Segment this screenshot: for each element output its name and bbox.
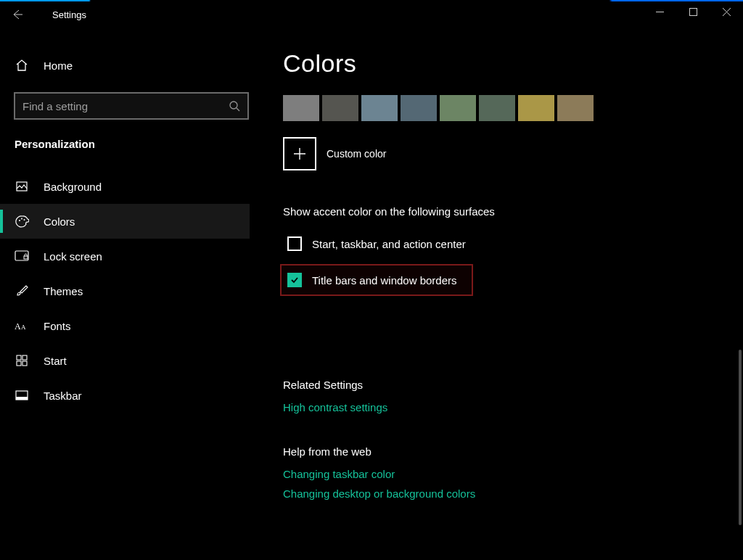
taskbar-icon [15,390,29,400]
custom-color-row[interactable]: Custom color [283,137,724,170]
svg-point-4 [21,218,22,219]
sidebar-home[interactable]: Home [15,49,250,81]
color-swatch[interactable] [283,95,319,121]
checkbox-start-taskbar[interactable]: Start, taskbar, and action center [283,231,724,257]
color-swatch[interactable] [322,95,358,121]
help-heading: Help from the web [283,445,724,458]
back-button[interactable] [0,0,35,29]
sidebar-item-label: Start [44,355,67,367]
sidebar-item-taskbar[interactable]: Taskbar [0,378,250,413]
search-icon [229,100,240,112]
accent-surfaces-label: Show accent color on the following surfa… [283,205,724,218]
checkbox-title-bars[interactable]: Title bars and window borders [280,264,473,296]
checkbox-icon [287,273,302,287]
svg-point-5 [23,219,25,221]
related-settings-heading: Related Settings [283,379,724,391]
start-icon [15,355,29,366]
svg-rect-13 [22,361,27,366]
scrollbar-thumb[interactable] [739,350,742,525]
sidebar-item-label: Taskbar [44,390,82,402]
checkbox-label: Title bars and window borders [312,274,457,287]
home-icon [15,59,29,72]
color-swatch[interactable] [518,95,554,121]
sidebar: Home Personalization Background [0,29,264,560]
svg-text:A: A [15,321,21,332]
svg-rect-11 [22,355,27,360]
maximize-icon [689,8,697,16]
maximize-button[interactable] [676,0,710,23]
sidebar-item-lock-screen[interactable]: Lock screen [0,239,250,273]
link-high-contrast[interactable]: High contrast settings [283,401,724,413]
sidebar-section-title: Personalization [15,138,250,150]
link-desktop-colors[interactable]: Changing desktop or background colors [283,487,724,500]
help-block: Help from the web Changing taskbar color… [283,445,724,500]
svg-text:A: A [21,324,26,331]
brush-icon [15,284,29,297]
checkbox-label: Start, taskbar, and action center [312,238,466,250]
sidebar-item-themes[interactable]: Themes [0,273,250,308]
sidebar-item-fonts[interactable]: AA Fonts [0,308,250,343]
svg-rect-7 [24,256,28,259]
svg-point-3 [19,220,20,221]
close-button[interactable] [710,0,743,23]
sidebar-item-colors[interactable]: Colors [0,204,250,239]
sidebar-item-label: Themes [44,285,83,297]
svg-rect-15 [16,397,28,400]
link-taskbar-color[interactable]: Changing taskbar color [283,468,724,480]
palette-icon [15,215,29,228]
sidebar-item-label: Colors [44,215,75,228]
custom-color-label: Custom color [327,148,386,160]
color-swatch[interactable] [401,95,437,121]
color-swatch-row [283,95,724,121]
main-panel: Colors Custom color Show accent color on… [264,29,743,560]
sidebar-item-label: Background [44,181,102,193]
color-swatch[interactable] [440,95,476,121]
sidebar-nav: Background Colors Lock screen Themes [0,169,250,413]
sidebar-item-start[interactable]: Start [0,343,250,378]
search-box[interactable] [15,93,248,119]
svg-rect-0 [689,8,697,15]
lockscreen-icon [15,250,29,262]
plus-icon [283,137,316,170]
fonts-icon: AA [15,320,29,332]
color-swatch[interactable] [479,95,515,121]
svg-rect-12 [17,361,21,366]
window-controls [643,0,743,23]
titlebar: Settings [0,0,743,29]
arrow-left-icon [12,9,23,20]
close-icon [723,8,731,16]
color-swatch[interactable] [361,95,398,121]
sidebar-item-background[interactable]: Background [0,169,250,204]
svg-rect-10 [17,355,21,360]
related-settings-block: Related Settings High contrast settings [283,379,724,413]
sidebar-home-label: Home [44,59,73,72]
svg-point-1 [230,102,237,109]
checkbox-icon [287,236,302,251]
window-title: Settings [52,9,86,20]
picture-icon [15,180,29,193]
page-title: Colors [283,49,724,78]
sidebar-item-label: Fonts [44,320,71,332]
minimize-icon [656,8,664,16]
sidebar-item-label: Lock screen [44,250,102,263]
minimize-button[interactable] [643,0,676,23]
color-swatch[interactable] [557,95,594,121]
search-input[interactable] [22,100,229,112]
